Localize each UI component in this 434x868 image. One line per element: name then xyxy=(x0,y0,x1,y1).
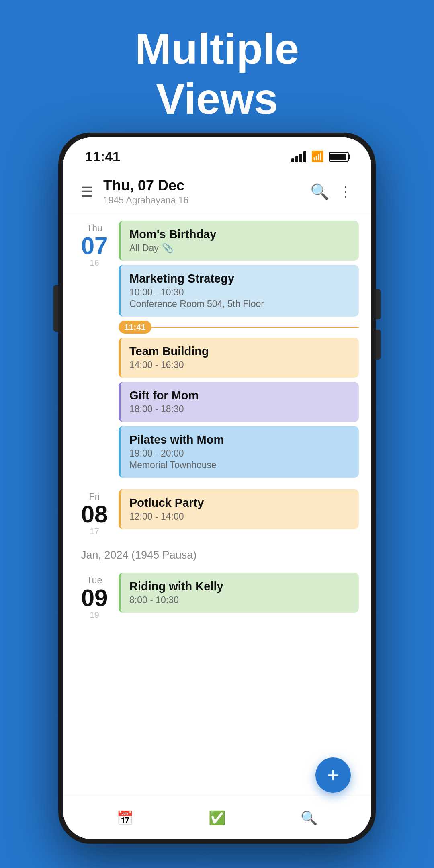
power-button[interactable] xyxy=(53,285,58,332)
day-label-fri08: Fri 08 17 xyxy=(77,489,112,536)
event-time: 19:00 - 20:00 xyxy=(129,448,350,459)
events-tue09: Riding with Kelly 8:00 - 10:30 xyxy=(119,573,359,613)
event-time: 14:00 - 16:30 xyxy=(129,360,350,371)
nav-item-calendar[interactable]: 📅 xyxy=(117,810,133,826)
event-time: 12:00 - 14:00 xyxy=(129,511,350,522)
day-num-07: 07 xyxy=(77,234,112,258)
event-title: Pilates with Mom xyxy=(129,433,350,446)
allday-text: All Day xyxy=(129,243,159,254)
event-pilates-with-mom[interactable]: Pilates with Mom 19:00 - 20:00 Memorial … xyxy=(119,426,359,478)
event-riding-with-kelly[interactable]: Riding with Kelly 8:00 - 10:30 xyxy=(119,573,359,613)
events-fri08: Potluck Party 12:00 - 14:00 xyxy=(119,489,359,529)
day-section-thu07: Thu 07 16 Mom's Birthday All Day 📎 xyxy=(63,213,371,482)
event-location: Memorial Townhouse xyxy=(129,460,350,471)
nav-item-tasks[interactable]: ✅ xyxy=(209,810,225,826)
status-time: 11:41 xyxy=(85,149,120,164)
event-potluck-party[interactable]: Potluck Party 12:00 - 14:00 xyxy=(119,489,359,529)
header-title-block: Thu, 07 Dec 1945 Agrahayana 16 xyxy=(103,177,310,206)
week-num-19: 19 xyxy=(77,610,112,620)
event-title: Potluck Party xyxy=(129,496,350,510)
hero-section: MultipleViews xyxy=(0,0,434,144)
event-title: Riding with Kelly xyxy=(129,580,350,593)
time-line xyxy=(151,327,359,328)
search-button[interactable]: 🔍 xyxy=(310,183,329,201)
nav-item-search[interactable]: 🔍 xyxy=(301,810,317,826)
event-team-building[interactable]: Team Building 14:00 - 16:30 xyxy=(119,338,359,378)
header-date: Thu, 07 Dec xyxy=(103,177,310,194)
status-icons: 📶 xyxy=(291,150,349,163)
nav-search-icon: 🔍 xyxy=(301,810,317,826)
header-subtitle: 1945 Agrahayana 16 xyxy=(103,195,310,206)
phone-shell: 11:41 📶 ☰ T xyxy=(58,133,376,844)
wifi-icon: 📶 xyxy=(311,150,324,163)
event-title: Mom's Birthday xyxy=(129,228,350,241)
day-section-tue09: Tue 09 19 Riding with Kelly 8:00 - 10:30 xyxy=(63,565,371,624)
status-bar: 11:41 📶 xyxy=(63,137,371,170)
day-label-thu07: Thu 07 16 xyxy=(77,221,112,268)
day-num-08: 08 xyxy=(77,502,112,526)
signal-icon xyxy=(291,151,306,162)
event-marketing-strategy[interactable]: Marketing Strategy 10:00 - 10:30 Confere… xyxy=(119,265,359,317)
attachment-icon: 📎 xyxy=(162,243,174,254)
phone-screen: 11:41 📶 ☰ T xyxy=(63,137,371,839)
time-badge: 11:41 xyxy=(119,321,151,334)
week-num-16: 16 xyxy=(77,258,112,268)
app-header: ☰ Thu, 07 Dec 1945 Agrahayana 16 🔍 ⋮ xyxy=(63,170,371,213)
time-indicator: 11:41 xyxy=(119,321,359,333)
month-divider: Jan, 2024 (1945 Pausa) xyxy=(63,540,371,565)
event-title: Gift for Mom xyxy=(129,389,350,402)
volume-down-button[interactable] xyxy=(376,330,381,360)
event-time: 10:00 - 10:30 xyxy=(129,287,350,298)
event-time: 8:00 - 10:30 xyxy=(129,595,350,606)
hero-title: MultipleViews xyxy=(0,24,434,124)
day-num-09: 09 xyxy=(77,586,112,610)
events-thu07: Mom's Birthday All Day 📎 Marketing Strat… xyxy=(119,221,359,478)
event-location: Conference Room 504, 5th Floor xyxy=(129,299,350,309)
day-section-fri08: Fri 08 17 Potluck Party 12:00 - 14:00 xyxy=(63,482,371,540)
event-gift-for-mom[interactable]: Gift for Mom 18:00 - 18:30 xyxy=(119,382,359,422)
volume-up-button[interactable] xyxy=(376,289,381,319)
event-title: Marketing Strategy xyxy=(129,272,350,285)
bottom-nav: 📅 ✅ 🔍 xyxy=(63,796,371,839)
day-label-tue09: Tue 09 19 xyxy=(77,573,112,620)
event-title: Team Building xyxy=(129,345,350,358)
nav-tasks-icon: ✅ xyxy=(209,810,225,826)
event-allday: All Day 📎 xyxy=(129,243,350,254)
event-moms-birthday[interactable]: Mom's Birthday All Day 📎 xyxy=(119,221,359,261)
battery-icon xyxy=(329,152,349,162)
fab-button[interactable]: + xyxy=(315,757,351,793)
week-num-17: 17 xyxy=(77,526,112,536)
event-time: 18:00 - 18:30 xyxy=(129,404,350,415)
nav-calendar-icon: 📅 xyxy=(117,810,133,826)
calendar-content: Thu 07 16 Mom's Birthday All Day 📎 xyxy=(63,213,371,839)
more-button[interactable]: ⋮ xyxy=(338,183,353,201)
menu-button[interactable]: ☰ xyxy=(81,184,93,200)
header-actions: 🔍 ⋮ xyxy=(310,183,353,201)
